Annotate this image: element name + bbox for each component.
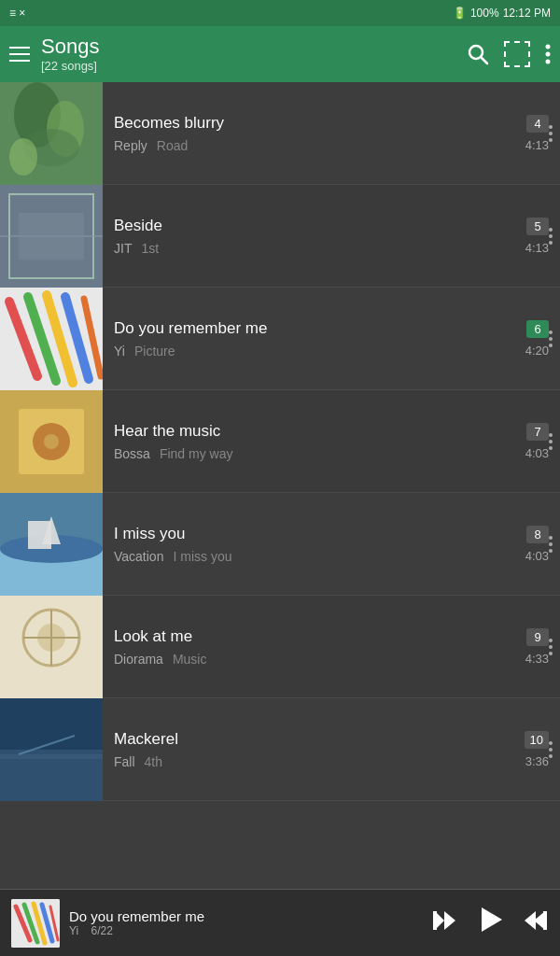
song-right-5: 8 4:03 (502, 526, 549, 563)
player-title: Do you remember me (69, 908, 422, 924)
grid-view-button[interactable] (504, 41, 530, 67)
song-title-6: Look at me (114, 627, 491, 646)
prev-icon (431, 907, 457, 934)
song-item-1[interactable]: Becomes blurry Reply Road 4 4:13 (0, 82, 560, 185)
song-item-4[interactable]: Hear the music Bossa Find my way 7 4:03 (0, 390, 560, 493)
track-num-3: 6 (526, 320, 549, 338)
battery-percent: 100% (470, 7, 499, 20)
album-art-4 (0, 390, 103, 493)
player-artist-name: Yi (69, 924, 78, 937)
song-info-5: I miss you Vacation I miss you (103, 525, 502, 564)
song-info-3: Do you remember me Yi Picture (103, 319, 502, 358)
song-title-3: Do you remember me (114, 319, 491, 338)
song-meta-6: Diorama Music (114, 652, 491, 667)
dot-2-4 (549, 440, 553, 443)
dot-3-4 (549, 446, 553, 450)
song-right-7: 10 3:36 (502, 731, 549, 768)
song-duration-7: 3:36 (525, 754, 549, 768)
song-right-2: 5 4:13 (502, 218, 549, 255)
song-info-7: Mackerel Fall 4th (103, 730, 502, 769)
track-num-7: 10 (525, 731, 549, 749)
overflow-menu-button[interactable] (545, 43, 551, 65)
svg-point-4 (546, 60, 551, 64)
track-num-5: 8 (526, 526, 549, 543)
album-art-6 (0, 596, 103, 698)
song-info-4: Hear the music Bossa Find my way (103, 422, 502, 461)
svg-rect-45 (433, 911, 437, 930)
song-duration-3: 4:20 (525, 344, 549, 358)
search-button[interactable] (467, 43, 489, 65)
song-more-button-1[interactable] (549, 125, 553, 142)
player-art-svg (11, 899, 60, 948)
song-album-1: Road (157, 138, 188, 153)
track-num-6: 9 (526, 628, 549, 646)
prev-button[interactable] (431, 907, 457, 939)
song-meta-7: Fall 4th (114, 754, 491, 769)
song-more-button-5[interactable] (549, 536, 553, 553)
song-item-3[interactable]: Do you remember me Yi Picture 6 4:20 (0, 288, 560, 390)
player-album-art (11, 899, 60, 948)
dot-2-6 (549, 645, 553, 649)
song-item-7[interactable]: Mackerel Fall 4th 10 3:36 (0, 698, 560, 801)
play-button[interactable] (474, 904, 506, 942)
dot-1-4 (549, 433, 553, 437)
hamburger-line-2 (9, 53, 30, 55)
dot-1-1 (549, 125, 553, 129)
overflow-icon (545, 43, 551, 65)
player-artist: Yi 6/22 (69, 924, 422, 937)
song-artist-7: Fall (114, 754, 135, 769)
song-more-button-6[interactable] (549, 639, 553, 655)
song-count: [22 songs] (41, 59, 455, 73)
dot-1-2 (549, 228, 553, 232)
hamburger-line-3 (9, 60, 30, 62)
song-right-6: 9 4:33 (502, 628, 549, 666)
svg-point-9 (9, 138, 37, 176)
dot-1-6 (549, 639, 553, 642)
next-button[interactable] (523, 907, 549, 939)
song-item-2[interactable]: Beside JIT 1st 5 4:13 (0, 185, 560, 288)
dot-1-7 (549, 741, 553, 745)
play-icon (474, 904, 506, 935)
song-more-button-4[interactable] (549, 433, 553, 450)
song-right-1: 4 4:13 (502, 115, 549, 152)
song-artist-3: Yi (114, 344, 125, 358)
song-duration-2: 4:13 (525, 241, 549, 255)
song-more-button-3[interactable] (549, 330, 553, 347)
song-item-6[interactable]: Look at me Diorama Music 9 4:33 (0, 596, 560, 698)
song-more-button-2[interactable] (549, 228, 553, 245)
player-track-info: 6/22 (91, 924, 113, 937)
song-right-4: 7 4:03 (502, 423, 549, 460)
song-list: Becomes blurry Reply Road 4 4:13 Beside … (0, 82, 560, 889)
next-icon (523, 907, 549, 934)
song-title-2: Beside (114, 217, 491, 235)
svg-marker-50 (525, 911, 536, 930)
album-art-3 (0, 288, 103, 390)
song-meta-3: Yi Picture (114, 344, 491, 358)
song-duration-4: 4:03 (525, 446, 549, 460)
dot-2-7 (549, 748, 553, 752)
song-meta-4: Bossa Find my way (114, 446, 491, 461)
song-artist-6: Diorama (114, 652, 163, 667)
song-title-7: Mackerel (114, 730, 491, 749)
dot-2-5 (549, 542, 553, 546)
song-artist-1: Reply (114, 138, 147, 153)
status-bar-right: 🔋 100% 12:12 PM (453, 7, 551, 20)
album-art-2 (0, 185, 103, 288)
song-meta-2: JIT 1st (114, 241, 491, 256)
song-item-5[interactable]: I miss you Vacation I miss you 8 4:03 (0, 493, 560, 596)
search-icon (467, 43, 489, 65)
dot-3-7 (549, 754, 553, 758)
dot-3-5 (549, 549, 553, 553)
player-info: Do you remember me Yi 6/22 (69, 908, 422, 937)
song-album-2: 1st (141, 241, 159, 256)
song-info-1: Becomes blurry Reply Road (103, 114, 502, 153)
track-num-2: 5 (526, 218, 549, 235)
album-art-1 (0, 82, 103, 185)
menu-button[interactable] (9, 47, 30, 62)
song-album-4: Find my way (160, 446, 233, 461)
player-controls (431, 904, 549, 942)
album-art-5 (0, 493, 103, 596)
song-more-button-7[interactable] (549, 741, 553, 758)
bottom-player: Do you remember me Yi 6/22 (0, 889, 560, 956)
song-album-6: Music (173, 652, 207, 667)
